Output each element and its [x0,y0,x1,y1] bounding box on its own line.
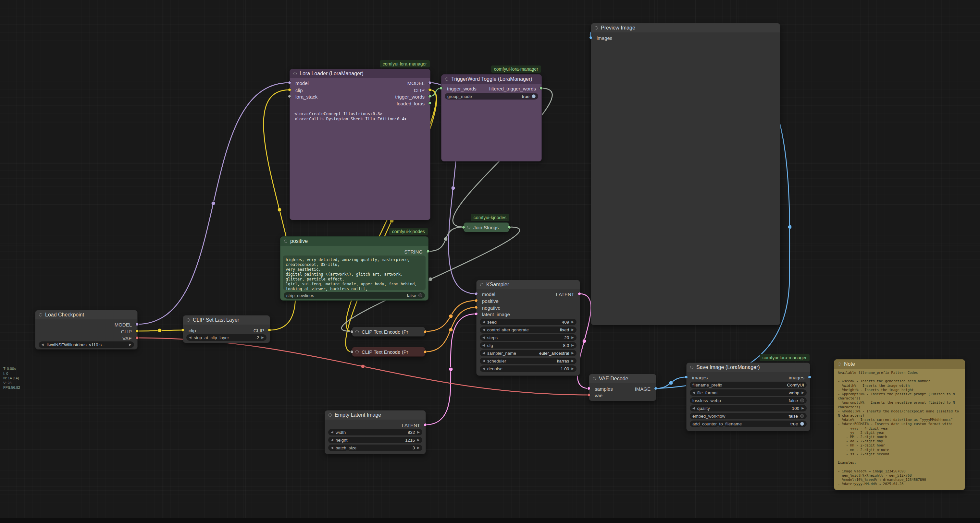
node-join-strings[interactable]: Join Strings [463,222,509,232]
pin-toggle-trigger-words-in[interactable] [439,87,443,90]
node-save-image[interactable]: Save Image (LoraManager) images images f… [686,363,810,431]
widget-scheduler[interactable]: ◀ scheduler karras ▶ [480,358,576,364]
increment-arrow-icon[interactable]: ▶ [261,336,264,339]
decrement-arrow-icon[interactable]: ◀ [331,431,333,434]
increment-arrow-icon[interactable]: ▶ [571,359,574,363]
toggle-icon[interactable] [800,398,804,403]
lora-tags-text[interactable]: <lora:CreateConcept_Illustrious:0.8> <lo… [294,111,426,122]
widget-steps[interactable]: ◀ steps 20 ▶ [480,334,576,341]
collapse-dot-icon[interactable] [838,363,841,366]
pin-encode-neg-out[interactable] [424,350,427,353]
widget-cfg[interactable]: ◀ cfg 8.0 ▶ [480,342,576,349]
pin-preview-images-in[interactable] [589,36,592,39]
decrement-arrow-icon[interactable]: ◀ [331,438,333,442]
collapse-dot-icon[interactable] [293,72,297,75]
node-clip-text-encode-negative[interactable]: CLIP Text Encode (Pr [352,347,425,357]
widget-denoise[interactable]: ◀ denoise 1.00 ▶ [480,365,576,372]
pin-ksampler-latent-out[interactable] [578,292,581,295]
increment-arrow-icon[interactable]: ▶ [417,446,420,449]
node-title-bar[interactable]: Note [834,360,965,369]
pin-joinstrings-out[interactable] [508,226,511,229]
collapse-dot-icon[interactable] [284,239,287,243]
pin-lora-clip-out[interactable] [428,88,431,92]
node-title-bar[interactable]: Load Checkpoint [35,310,137,319]
decrement-arrow-icon[interactable]: ◀ [692,407,695,410]
pin-saveimage-images-in[interactable] [685,376,688,379]
node-clip-text-encode-positive[interactable]: CLIP Text Encode (Pr [352,327,425,336]
note-text[interactable]: Available filename_prefix Pattern Codes … [838,371,962,487]
widget-file-format[interactable]: ◀ file_format webp ▶ [690,390,807,396]
pin-encode-pos-out[interactable] [424,330,427,333]
decrement-arrow-icon[interactable]: ◀ [482,359,485,363]
widget-embed-workflow[interactable]: embed_workflow false [690,413,807,419]
increment-arrow-icon[interactable]: ▶ [571,336,574,339]
toggle-icon[interactable] [418,293,422,297]
collapse-dot-icon[interactable] [39,313,42,317]
increment-arrow-icon[interactable]: ▶ [129,343,132,346]
widget-sampler-name[interactable]: ◀ sampler_name euler_ancestral ▶ [480,350,576,357]
decrement-arrow-icon[interactable]: ◀ [692,391,695,394]
widget-filename-prefix[interactable]: filename_prefix ComfyUI [690,382,807,388]
toggle-icon[interactable] [800,422,804,426]
decrement-arrow-icon[interactable]: ◀ [331,446,333,449]
pin-checkpoint-clip-out[interactable] [135,330,138,333]
widget-group-mode[interactable]: group_mode true [445,93,538,100]
node-triggerword-toggle[interactable]: TriggerWord Toggle (LoraManager) trigger… [441,74,542,162]
pin-ksampler-positive-in[interactable] [474,299,478,302]
node-clip-set-last-layer[interactable]: CLIP Set Last Layer clip CLIP ◀ stop_at_… [183,315,270,343]
node-positive-prompt[interactable]: positive STRING highres, very detailed, … [280,236,428,301]
collapse-dot-icon[interactable] [467,226,470,229]
pin-lora-stack-in[interactable] [288,95,291,98]
prompt-textarea[interactable]: highres, very detailed, amazing quality,… [283,255,426,290]
decrement-arrow-icon[interactable]: ◀ [41,343,44,346]
node-title-bar[interactable]: Lora Loader (LoraManager) [290,69,430,78]
pin-lora-model-in[interactable] [288,81,291,84]
pin-vaedecode-samples-in[interactable] [587,387,590,390]
pin-emptylatent-out[interactable] [424,423,427,426]
decrement-arrow-icon[interactable]: ◀ [189,336,191,339]
collapse-dot-icon[interactable] [690,366,694,369]
increment-arrow-icon[interactable]: ▶ [417,438,420,442]
node-title-bar[interactable]: VAE Decode [589,374,656,383]
collapse-dot-icon[interactable] [593,377,596,380]
pin-positive-string-out[interactable] [426,250,430,253]
increment-arrow-icon[interactable]: ▶ [802,391,804,394]
pin-ksampler-latent-in[interactable] [474,312,478,315]
decrement-arrow-icon[interactable]: ◀ [482,344,485,347]
collapse-dot-icon[interactable] [480,283,484,286]
widget-lossless-webp[interactable]: lossless_webp false [690,397,807,404]
pin-toggle-filtered-out[interactable] [539,87,543,90]
pin-clipset-clip-out[interactable] [268,328,271,332]
decrement-arrow-icon[interactable]: ◀ [482,352,485,355]
node-title-bar[interactable]: TriggerWord Toggle (LoraManager) [441,74,541,84]
widget-width[interactable]: ◀ width 832 ▶ [328,429,422,436]
node-preview-image[interactable]: Preview Image images [591,23,780,325]
pin-clipset-clip-in[interactable] [181,328,185,332]
decrement-arrow-icon[interactable]: ◀ [482,320,485,323]
widget-ckpt-name[interactable]: ◀ ilwaiNSFWIllustrious_v110.s... ▶ [39,341,134,348]
collapse-dot-icon[interactable] [187,319,190,322]
node-title-bar[interactable]: Empty Latent Image [325,410,426,420]
node-title-bar[interactable]: positive [280,237,428,246]
node-lora-loader[interactable]: Lora Loader (LoraManager) model clip lor… [290,69,430,220]
node-vae-decode[interactable]: VAE Decode samples vae IMAGE [589,374,656,401]
widget-quality[interactable]: ◀ quality 100 ▶ [690,405,807,412]
collapse-dot-icon[interactable] [329,414,332,417]
pin-checkpoint-vae-out[interactable] [135,336,138,339]
pin-encode-pos-in[interactable] [350,330,353,333]
pin-lora-trigger-words-out[interactable] [428,95,431,98]
widget-seed[interactable]: ◀ seed 409 ▶ [480,319,576,325]
pin-ksampler-negative-in[interactable] [474,306,478,309]
widget-stop-at-clip-layer[interactable]: ◀ stop_at_clip_layer -2 ▶ [186,334,267,341]
widget-height[interactable]: ◀ height 1216 ▶ [328,437,422,443]
increment-arrow-icon[interactable]: ▶ [571,352,574,355]
pin-checkpoint-model-out[interactable] [135,323,138,326]
collapse-dot-icon[interactable] [355,350,359,353]
widget-batch-size[interactable]: ◀ batch_size 3 ▶ [328,445,422,451]
toggle-icon[interactable] [800,414,804,418]
node-ksampler[interactable]: KSampler model positive negative latent_… [476,280,580,376]
increment-arrow-icon[interactable]: ▶ [571,344,574,347]
pin-joinstrings-in[interactable] [462,226,465,229]
decrement-arrow-icon[interactable]: ◀ [482,328,485,331]
increment-arrow-icon[interactable]: ▶ [571,320,574,323]
